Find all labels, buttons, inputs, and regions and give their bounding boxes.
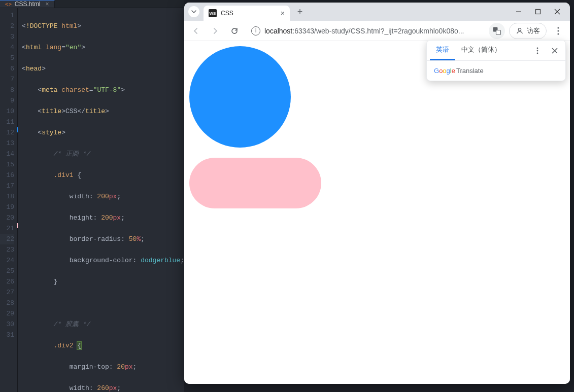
browser-tab[interactable]: WS CSS × <box>204 6 290 21</box>
line-number-gutter: 1 2 3 4 5 6 7 8 9 10 11 12 13 14 15 16 1… <box>0 8 18 392</box>
address-bar[interactable]: i localhost:63343/web-study/CSS.html?_ij… <box>246 23 485 39</box>
svg-point-6 <box>557 30 559 31</box>
new-tab-button[interactable]: + <box>293 5 307 19</box>
line-number: 22 <box>0 234 14 244</box>
line-number: 4 <box>0 42 14 53</box>
close-tab-icon[interactable]: × <box>46 1 49 8</box>
maximize-button[interactable] <box>529 5 547 19</box>
arrow-left-icon <box>192 27 200 35</box>
close-tab-icon[interactable]: × <box>281 9 285 17</box>
browser-toolbar: i localhost:63343/web-study/CSS.html?_ij… <box>184 21 570 41</box>
code-area[interactable]: <!DOCTYPE html> <html lang="en"> <head> … <box>18 8 184 392</box>
url-host: localhost <box>264 27 292 35</box>
profile-label: 访客 <box>527 26 540 35</box>
chevron-down-icon <box>191 10 196 13</box>
close-icon <box>554 9 560 15</box>
rendered-div2-pill <box>189 158 321 208</box>
line-number: 12 <box>0 127 14 138</box>
line-number: 23 <box>0 244 14 255</box>
line-number: 9 <box>0 95 14 106</box>
line-number: 7 <box>0 74 14 85</box>
line-number: 25 <box>0 266 14 276</box>
svg-point-4 <box>518 28 521 30</box>
line-number: 20 <box>0 212 14 223</box>
line-number: 31 <box>0 330 14 340</box>
line-number: 16 <box>0 170 14 181</box>
arrow-right-icon <box>211 27 219 35</box>
line-number: 28 <box>0 298 14 308</box>
rendered-div1-circle <box>189 46 291 148</box>
line-number: 1 <box>0 10 14 21</box>
line-number: 29 <box>0 308 14 319</box>
svg-rect-3 <box>496 30 501 34</box>
profile-button[interactable]: 访客 <box>509 23 547 39</box>
translate-options-button[interactable] <box>530 43 545 58</box>
site-info-icon[interactable]: i <box>251 26 260 35</box>
maximize-icon <box>535 9 541 15</box>
reload-button[interactable] <box>227 23 242 39</box>
close-window-button[interactable] <box>549 5 566 19</box>
tab-search-button[interactable] <box>188 6 199 17</box>
editor-tab-filename: CSS.html <box>15 1 41 8</box>
google-logo-text: Google <box>434 67 455 75</box>
menu-button[interactable] <box>551 23 566 39</box>
translate-tab-english[interactable]: 英语 <box>430 41 455 60</box>
page-content: 英语 中文（简体） Google Translate <box>184 41 570 384</box>
translate-icon <box>492 26 501 35</box>
html-file-icon: <> <box>5 1 12 7</box>
close-icon <box>552 48 558 54</box>
line-number: 8 <box>0 85 14 95</box>
line-number: 26 <box>0 276 14 287</box>
line-number: 11 <box>0 117 14 127</box>
translate-attribution: Google Translate <box>427 61 565 81</box>
line-number: 13 <box>0 138 14 149</box>
translate-tab-chinese[interactable]: 中文（简体） <box>455 41 507 60</box>
browser-tab-title: CSS <box>221 10 277 17</box>
user-icon <box>516 27 524 35</box>
line-number: 5 <box>0 53 14 63</box>
minimize-button[interactable] <box>510 5 527 19</box>
translate-close-button[interactable] <box>547 43 562 58</box>
line-number: 19 <box>0 202 14 212</box>
line-number: 24 <box>0 255 14 266</box>
kebab-icon <box>536 47 538 54</box>
translate-button[interactable] <box>489 23 505 39</box>
webstorm-favicon-icon: WS <box>209 9 217 17</box>
editor-tab-bar: <> CSS.html × <box>0 0 184 8</box>
line-number: 2 <box>0 21 14 31</box>
forward-button[interactable] <box>208 23 223 39</box>
code-editor: <> CSS.html × 1 2 3 4 5 6 7 8 9 10 11 12… <box>0 0 184 392</box>
svg-point-5 <box>557 27 559 28</box>
line-number: 10 <box>0 106 14 117</box>
line-number: 21 <box>0 223 14 234</box>
reload-icon <box>230 27 239 35</box>
translate-popup: 英语 中文（简体） Google Translate <box>426 40 566 81</box>
line-number: 15 <box>0 159 14 170</box>
translate-tabs: 英语 中文（简体） <box>427 41 565 61</box>
line-number: 27 <box>0 287 14 298</box>
svg-point-8 <box>537 47 538 49</box>
minimize-icon <box>516 9 522 15</box>
line-number: 6 <box>0 63 14 74</box>
browser-window: WS CSS × + i localhost:63343/web-study/C… <box>184 3 570 384</box>
back-button[interactable] <box>188 23 204 39</box>
kebab-icon <box>557 27 559 35</box>
browser-titlebar[interactable]: WS CSS × + <box>184 3 570 21</box>
line-number: 14 <box>0 149 14 159</box>
svg-point-9 <box>537 50 538 51</box>
editor-body[interactable]: 1 2 3 4 5 6 7 8 9 10 11 12 13 14 15 16 1… <box>0 8 184 392</box>
line-number: 17 <box>0 181 14 191</box>
line-number: 30 <box>0 319 14 330</box>
url-path: :63343/web-study/CSS.html?_ijt=2ragoukmh… <box>292 27 464 35</box>
svg-point-7 <box>557 33 559 34</box>
svg-point-10 <box>537 52 538 54</box>
line-number: 18 <box>0 191 14 202</box>
line-number: 3 <box>0 31 14 42</box>
svg-rect-1 <box>536 10 541 14</box>
editor-tab-css-html[interactable]: <> CSS.html × <box>0 0 55 8</box>
